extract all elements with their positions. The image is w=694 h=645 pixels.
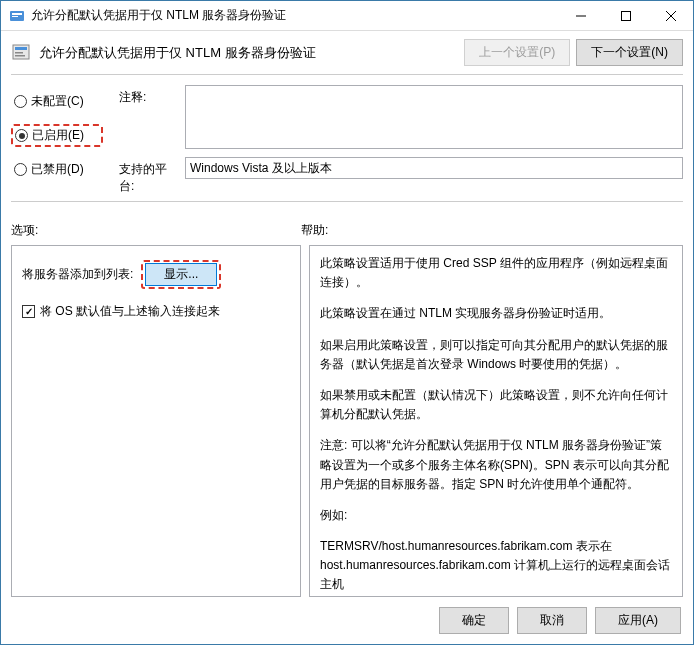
radio-not-configured[interactable]: 未配置(C)	[11, 91, 103, 112]
comment-input[interactable]	[185, 85, 683, 149]
upper-section: 未配置(C) 已启用(E) 已禁用(D) 注释: 支持的平台:	[1, 75, 693, 201]
footer: 确定 取消 应用(A)	[1, 597, 693, 644]
policy-dialog: 允许分配默认凭据用于仅 NTLM 服务器身份验证 允许分配默认凭据用于仅 NTL…	[0, 0, 694, 645]
window-controls	[558, 1, 693, 30]
policy-title: 允许分配默认凭据用于仅 NTLM 服务器身份验证	[39, 44, 458, 62]
comment-label: 注释:	[119, 85, 179, 106]
radio-disabled[interactable]: 已禁用(D)	[11, 159, 103, 180]
ok-button[interactable]: 确定	[439, 607, 509, 634]
radio-label: 已启用(E)	[32, 127, 84, 144]
help-text: 此策略设置在通过 NTLM 实现服务器身份验证时适用。	[320, 304, 672, 323]
apply-button[interactable]: 应用(A)	[595, 607, 681, 634]
upper-right: 注释: 支持的平台:	[119, 85, 683, 195]
help-text: 注意: 可以将“允许分配默认凭据用于仅 NTLM 服务器身份验证”策略设置为一个…	[320, 436, 672, 494]
comment-row: 注释:	[119, 85, 683, 149]
radio-icon	[14, 163, 27, 176]
lower-section: 将服务器添加到列表: 显示... 将 OS 默认值与上述输入连接起来 此策略设置…	[1, 245, 693, 597]
prev-setting-button[interactable]: 上一个设置(P)	[464, 39, 570, 66]
svg-rect-2	[12, 16, 18, 17]
titlebar: 允许分配默认凭据用于仅 NTLM 服务器身份验证	[1, 1, 693, 31]
show-button-highlight: 显示...	[141, 260, 221, 289]
platform-field	[185, 157, 683, 179]
concat-defaults-checkbox-row[interactable]: 将 OS 默认值与上述输入连接起来	[22, 303, 290, 320]
header-row: 允许分配默认凭据用于仅 NTLM 服务器身份验证 上一个设置(P) 下一个设置(…	[1, 31, 693, 74]
policy-icon	[11, 42, 33, 64]
add-servers-label: 将服务器添加到列表:	[22, 266, 133, 283]
help-panel[interactable]: 此策略设置适用于使用 Cred SSP 组件的应用程序（例如远程桌面连接）。 此…	[309, 245, 683, 597]
radio-label: 已禁用(D)	[31, 161, 84, 178]
svg-rect-8	[15, 47, 27, 50]
minimize-button[interactable]	[558, 1, 603, 30]
options-label: 选项:	[11, 222, 301, 239]
help-label: 帮助:	[301, 222, 328, 239]
help-text: TERMSRV/host.humanresources.fabrikam.com…	[320, 537, 672, 595]
options-panel: 将服务器添加到列表: 显示... 将 OS 默认值与上述输入连接起来	[11, 245, 301, 597]
state-radios: 未配置(C) 已启用(E) 已禁用(D)	[11, 85, 103, 195]
checkbox-icon	[22, 305, 35, 318]
svg-rect-10	[15, 55, 25, 57]
svg-rect-4	[621, 11, 630, 20]
radio-enabled[interactable]: 已启用(E)	[11, 124, 103, 147]
platform-label: 支持的平台:	[119, 157, 179, 195]
help-text: 如果禁用或未配置（默认情况下）此策略设置，则不允许向任何计算机分配默认凭据。	[320, 386, 672, 424]
close-button[interactable]	[648, 1, 693, 30]
window-title: 允许分配默认凭据用于仅 NTLM 服务器身份验证	[31, 7, 558, 24]
radio-icon	[15, 129, 28, 142]
show-button[interactable]: 显示...	[145, 263, 217, 286]
help-text: 例如:	[320, 506, 672, 525]
help-text: 如果启用此策略设置，则可以指定可向其分配用户的默认凭据的服务器（默认凭据是首次登…	[320, 336, 672, 374]
radio-icon	[14, 95, 27, 108]
help-text: 此策略设置适用于使用 Cred SSP 组件的应用程序（例如远程桌面连接）。	[320, 254, 672, 292]
checkbox-label: 将 OS 默认值与上述输入连接起来	[40, 303, 220, 320]
radio-label: 未配置(C)	[31, 93, 84, 110]
maximize-button[interactable]	[603, 1, 648, 30]
next-setting-button[interactable]: 下一个设置(N)	[576, 39, 683, 66]
cancel-button[interactable]: 取消	[517, 607, 587, 634]
svg-rect-1	[12, 13, 22, 15]
add-servers-row: 将服务器添加到列表: 显示...	[22, 260, 290, 289]
app-icon	[9, 8, 25, 24]
section-labels: 选项: 帮助:	[1, 202, 693, 245]
platform-row: 支持的平台:	[119, 157, 683, 195]
svg-rect-9	[15, 52, 23, 54]
